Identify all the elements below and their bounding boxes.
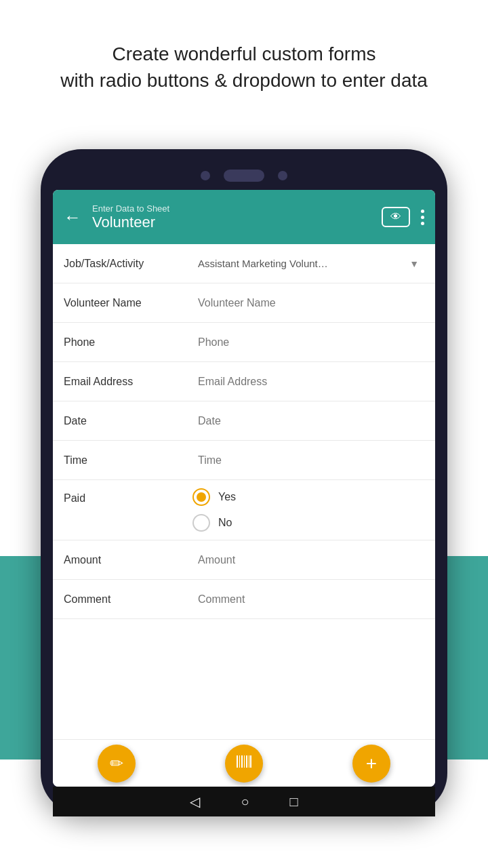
label-comment: Comment [64, 593, 192, 606]
paid-radio-options: Yes No [192, 486, 424, 534]
amount-input[interactable] [192, 551, 424, 569]
edit-fab-button[interactable]: ✏ [98, 745, 136, 783]
phone-nav-bar: ◁ ○ □ [53, 787, 435, 816]
app-title: Volunteer [92, 214, 371, 231]
svg-rect-1 [239, 755, 240, 768]
svg-rect-3 [244, 755, 245, 768]
speaker [224, 170, 264, 182]
phone-body: ← Enter Data to Sheet Volunteer 👁 [41, 149, 447, 814]
form-row-amount: Amount [53, 540, 435, 580]
volunteer-name-input[interactable] [192, 294, 424, 312]
label-job: Job/Task/Activity [64, 258, 192, 270]
svg-rect-6 [250, 755, 251, 768]
time-label-text: Time [64, 454, 87, 466]
form-row-time: Time [53, 441, 435, 480]
radio-yes-label: Yes [218, 491, 236, 503]
back-icon: ← [64, 207, 81, 227]
add-icon: + [366, 754, 377, 773]
job-select[interactable]: Assistant Marketing Volunt… ▼ [192, 255, 424, 272]
bottom-action-bar: ✏ [53, 739, 435, 787]
nav-home-button[interactable]: ○ [241, 794, 249, 810]
more-dot-3 [421, 222, 424, 225]
label-date: Date [64, 415, 192, 427]
nav-back-button[interactable]: ◁ [190, 793, 200, 810]
form-row-paid: Paid Yes [53, 480, 435, 540]
nav-back-icon: ◁ [190, 794, 200, 809]
form-row-volunteer-name: Volunteer Name [53, 283, 435, 323]
date-label-text: Date [64, 415, 87, 427]
phone-mockup: ← Enter Data to Sheet Volunteer 👁 [41, 149, 447, 827]
label-email: Email Address [64, 376, 192, 388]
svg-rect-0 [237, 755, 238, 768]
job-label-text: Job/Task/Activity [64, 258, 144, 269]
email-label-text: Email Address [64, 376, 133, 387]
app-subtitle: Enter Data to Sheet [92, 203, 371, 214]
app-bar-actions: 👁 [382, 207, 424, 227]
comment-label-text: Comment [64, 593, 110, 605]
app-bar: ← Enter Data to Sheet Volunteer 👁 [53, 190, 435, 244]
camera-dot [201, 171, 210, 180]
more-dot-2 [421, 216, 424, 219]
phone-label-text: Phone [64, 336, 95, 348]
nav-recents-icon: □ [290, 794, 298, 809]
add-fab-button[interactable]: + [352, 745, 390, 783]
label-paid: Paid [64, 486, 192, 505]
amount-label-text: Amount [64, 554, 101, 566]
form-row-phone: Phone [53, 323, 435, 362]
edit-icon: ✏ [110, 754, 123, 773]
select-arrow-icon: ▼ [409, 258, 419, 269]
paid-radio-header: Paid Yes [64, 486, 424, 534]
more-dot-1 [421, 210, 424, 213]
paid-label-text: Paid [64, 492, 85, 504]
email-input[interactable] [192, 373, 424, 391]
job-value: Assistant Marketing Volunt… [198, 258, 328, 269]
eye-button[interactable]: 👁 [382, 207, 410, 227]
promo-line2: with radio buttons & dropdown to enter d… [60, 70, 428, 91]
volunteer-name-label-text: Volunteer Name [64, 297, 142, 309]
phone-input[interactable] [192, 334, 424, 351]
label-volunteer-name: Volunteer Name [64, 297, 192, 309]
promo-text: Create wonderful custom forms with radio… [0, 0, 488, 114]
comment-input[interactable] [192, 591, 424, 608]
svg-rect-2 [241, 755, 243, 768]
radio-no-label: No [218, 517, 232, 529]
front-camera [278, 171, 287, 180]
app-bar-title: Enter Data to Sheet Volunteer [92, 203, 371, 231]
radio-no-circle [192, 514, 210, 532]
label-amount: Amount [64, 554, 192, 566]
nav-home-icon: ○ [241, 794, 249, 809]
form-row-comment: Comment [53, 580, 435, 619]
form-row-date: Date [53, 401, 435, 441]
eye-icon: 👁 [390, 211, 401, 223]
label-time: Time [64, 454, 192, 467]
form-area: Job/Task/Activity Assistant Marketing Vo… [53, 244, 435, 739]
date-input[interactable] [192, 412, 424, 430]
barcode-icon [236, 755, 252, 772]
radio-yes-circle [192, 488, 210, 506]
svg-rect-5 [249, 755, 249, 768]
more-menu-button[interactable] [421, 210, 424, 225]
label-phone: Phone [64, 336, 192, 349]
form-row-email: Email Address [53, 362, 435, 401]
back-button[interactable]: ← [64, 207, 81, 228]
promo-line1: Create wonderful custom forms [112, 43, 375, 64]
radio-option-no[interactable]: No [192, 514, 424, 532]
phone-top-bar [53, 170, 435, 182]
time-input[interactable] [192, 452, 424, 469]
barcode-fab-button[interactable] [225, 745, 263, 783]
svg-rect-4 [246, 755, 247, 768]
radio-option-yes[interactable]: Yes [192, 488, 424, 506]
form-row-job: Job/Task/Activity Assistant Marketing Vo… [53, 244, 435, 283]
radio-yes-fill [197, 492, 206, 502]
nav-recents-button[interactable]: □ [290, 794, 298, 810]
phone-screen: ← Enter Data to Sheet Volunteer 👁 [53, 190, 435, 787]
